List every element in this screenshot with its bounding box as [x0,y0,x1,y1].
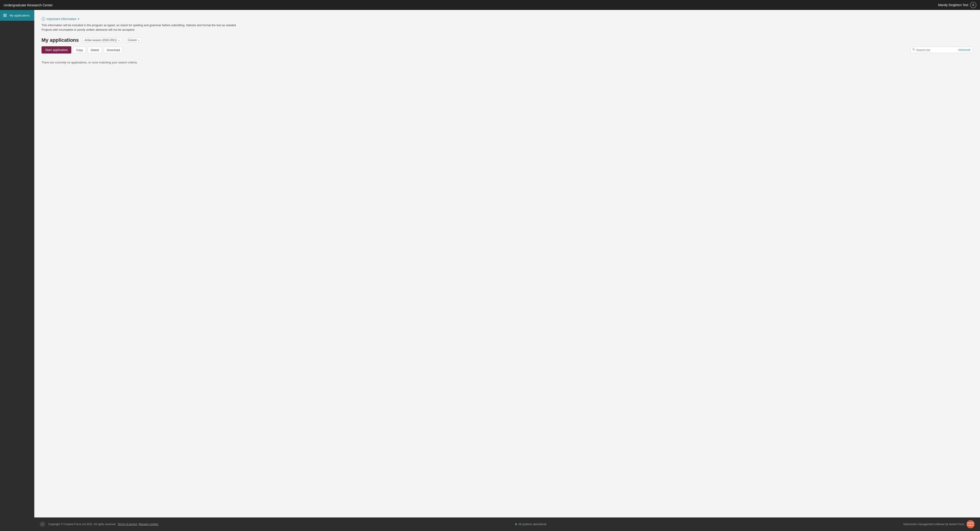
svg-rect-1 [3,14,5,15]
cookies-link[interactable]: Manage cookies [138,523,158,526]
svg-rect-2 [5,14,6,15]
empty-state-message: There are currently no applications, or … [41,61,973,64]
submission-text: Submission management software by Award … [903,523,964,526]
important-info-text: This information will be included in the… [41,23,245,32]
search-icon [912,48,915,52]
chevron-down-icon: ▾ [78,18,79,21]
empty-state: There are currently no applications, or … [41,61,973,64]
applications-section: My applications Active season (2020-2021… [41,37,973,64]
copy-button[interactable]: Copy [73,47,86,53]
sidebar: My applications [0,10,34,531]
svg-rect-3 [3,16,5,17]
terms-link[interactable]: Terms of service [118,523,137,526]
svg-point-5 [913,49,914,50]
applications-toolbar: Start application Copy Delete Download [41,46,973,54]
footer-right: Submission management software by Award … [903,520,975,528]
svg-rect-4 [5,16,6,17]
content-area: i Important Information ▾ This informati… [34,10,980,531]
start-application-button[interactable]: Start application [41,46,71,54]
top-nav: Undergraduate Research Center Mandy Sing… [0,0,980,10]
toolbar-right: Advanced [910,47,973,53]
user-name-label: Mandy Singleton Test [938,3,968,7]
applications-title: My applications [41,37,79,43]
current-label: Current [127,38,137,42]
footer-left: ‹ Copyright © Creative Force Ltd 2021. A… [40,521,158,527]
download-button[interactable]: Download [104,47,123,53]
current-filter[interactable]: Current ✕ [126,38,142,43]
applications-header: My applications Active season (2020-2021… [41,37,973,43]
important-information-section: i Important Information ▾ This informati… [41,17,973,32]
search-list-input[interactable] [916,48,954,52]
sidebar-collapse-button[interactable]: ‹ [40,521,45,527]
sidebar-item-label: My applications [10,14,30,17]
sidebar-item-my-applications[interactable]: My applications [0,10,34,21]
search-box: Advanced [910,47,973,53]
award-force-logo: AWARD FORCE [966,520,975,528]
user-menu[interactable]: Mandy Singleton Test [938,2,977,8]
copyright-text: Copyright © Creative Force Ltd 2021. All… [48,523,116,526]
current-close-icon: ✕ [138,39,140,41]
season-filter[interactable]: Active season (2020-2021) ✕ [82,38,122,43]
season-close-icon: ✕ [118,39,120,41]
grid-icon [3,13,7,18]
footer: ‹ Copyright © Creative Force Ltd 2021. A… [34,517,980,531]
status-text: All systems operational [518,523,546,526]
svg-line-6 [914,50,915,51]
season-label: Active season (2020-2021) [84,38,117,42]
important-info-heading: Important Information [46,17,76,21]
advanced-search-button[interactable]: Advanced [956,47,972,53]
delete-button[interactable]: Delete [88,47,102,53]
status-dot-icon [515,523,517,525]
toolbar-left: Start application Copy Delete Download [41,46,123,54]
app-title: Undergraduate Research Center [3,3,53,7]
main-layout: My applications i Important Information … [0,10,980,531]
search-box-inner [910,47,956,53]
svg-point-0 [973,4,974,5]
important-info-toggle[interactable]: i Important Information ▾ [41,17,973,21]
user-avatar [970,2,977,8]
content-inner: i Important Information ▾ This informati… [34,10,980,517]
footer-center: All systems operational [515,523,546,526]
info-icon: i [41,17,45,21]
